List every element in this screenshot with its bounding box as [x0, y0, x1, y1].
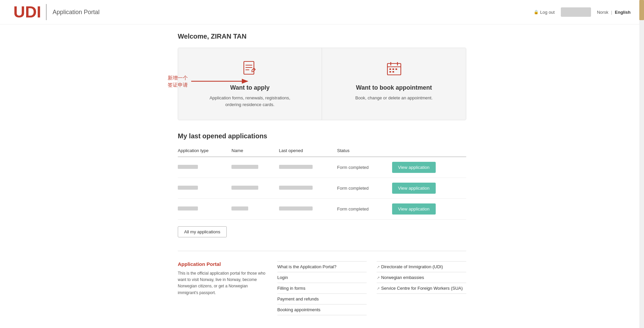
appointment-card[interactable]: Want to book appointment Book, change or…: [322, 48, 466, 120]
footer: Application Portal This is the official …: [178, 251, 466, 315]
cell-name: [231, 157, 279, 178]
appointment-card-desc: Book, change or delete an appointment.: [355, 95, 433, 101]
welcome-heading: Welcome, ZIRAN TAN: [178, 33, 466, 40]
footer-link-item[interactable]: Filling in forms: [277, 283, 367, 294]
external-link-icon: ↗: [377, 276, 380, 280]
footer-link[interactable]: Login: [277, 275, 288, 280]
footer-ext-link-item[interactable]: ↗Norwegian embassies: [377, 272, 466, 283]
name-placeholder: [231, 186, 258, 190]
apply-card-desc: Application forms, renewals, registratio…: [203, 95, 297, 108]
external-link-icon: ↗: [377, 265, 380, 269]
lang-norsk[interactable]: Norsk: [597, 10, 608, 15]
cell-status: Form completed: [337, 157, 392, 178]
scrollbar-track: [639, 0, 644, 328]
language-selector: Norsk | English: [597, 10, 631, 15]
footer-link[interactable]: Booking appointments: [277, 307, 321, 312]
user-avatar: [561, 7, 591, 17]
view-application-button[interactable]: View application: [392, 162, 436, 173]
view-application-button[interactable]: View application: [392, 183, 436, 194]
table-row: Form completed View application: [178, 157, 466, 178]
cell-status: Form completed: [337, 199, 392, 220]
cell-action[interactable]: View application: [392, 199, 466, 220]
annotation-text: 新增一个签证申请: [168, 74, 188, 88]
applications-section-title: My last opened applications: [178, 132, 466, 140]
table-row: Form completed View application: [178, 199, 466, 220]
col-application-type: Application type: [178, 145, 231, 157]
footer-title: Application Portal: [178, 261, 267, 267]
col-last-opened: Last opened: [279, 145, 337, 157]
lang-english[interactable]: English: [615, 10, 631, 15]
logout-link[interactable]: Log out: [534, 10, 554, 15]
svg-rect-14: [389, 71, 391, 73]
footer-ext-link[interactable]: ↗Directorate of Immigration (UDI): [377, 264, 466, 269]
portal-title: Application Portal: [53, 9, 100, 16]
footer-link[interactable]: Filling in forms: [277, 286, 306, 291]
cell-name: [231, 199, 279, 220]
header: UDI Application Portal Log out Norsk | E…: [0, 0, 644, 25]
last-opened-placeholder: [279, 165, 313, 169]
last-opened-placeholder: [279, 206, 313, 210]
cell-action[interactable]: View application: [392, 178, 466, 199]
footer-desc: This is the official application portal …: [178, 270, 267, 296]
cell-app-type: [178, 178, 231, 199]
cell-name: [231, 178, 279, 199]
footer-section-links: What is the Application Portal?LoginFill…: [277, 261, 367, 315]
external-link-icon: ↗: [377, 286, 380, 291]
name-placeholder: [231, 165, 258, 169]
cell-action[interactable]: View application: [392, 157, 466, 178]
view-application-button[interactable]: View application: [392, 203, 436, 215]
cell-last-opened: [279, 178, 337, 199]
header-left: UDI Application Portal: [13, 4, 100, 20]
footer-ext-link-item[interactable]: ↗Service Centre for Foreign Workers (SUA…: [377, 283, 466, 294]
cell-app-type: [178, 157, 231, 178]
main-content: Welcome, ZIRAN TAN 新增一个签证申请: [171, 25, 473, 328]
footer-section-ext-links: ↗Directorate of Immigration (UDI)↗Norweg…: [377, 261, 466, 315]
cell-last-opened: [279, 157, 337, 178]
footer-section-about: Application Portal This is the official …: [178, 261, 267, 315]
annotation-arrow-icon: [191, 77, 252, 86]
footer-ext-link[interactable]: ↗Norwegian embassies: [377, 275, 466, 280]
cell-status: Form completed: [337, 178, 392, 199]
footer-link[interactable]: Payment and refunds: [277, 296, 319, 301]
logo-divider: [46, 4, 47, 20]
col-name: Name: [231, 145, 279, 157]
cell-last-opened: [279, 199, 337, 220]
status-badge: Form completed: [337, 206, 369, 212]
name-placeholder: [231, 206, 248, 210]
cell-app-type: [178, 199, 231, 220]
app-type-placeholder: [178, 206, 198, 210]
footer-link-item[interactable]: Payment and refunds: [277, 294, 367, 304]
svg-rect-15: [392, 71, 394, 73]
col-action: [392, 145, 466, 157]
footer-ext-link-item[interactable]: ↗Directorate of Immigration (UDI): [377, 261, 466, 272]
svg-rect-11: [389, 68, 391, 70]
footer-link-item[interactable]: Login: [277, 272, 367, 283]
footer-link[interactable]: What is the Application Portal?: [277, 264, 336, 269]
status-badge: Form completed: [337, 186, 369, 191]
table-row: Form completed View application: [178, 178, 466, 199]
udi-logo: UDI: [13, 4, 41, 20]
all-applications-button[interactable]: All my applications: [178, 226, 227, 237]
calendar-icon: [385, 60, 403, 80]
applications-table: Application type Name Last opened Status…: [178, 145, 466, 220]
footer-link-item[interactable]: What is the Application Portal?: [277, 261, 367, 272]
svg-rect-12: [392, 68, 394, 70]
footer-link-item[interactable]: Booking appointments: [277, 304, 367, 315]
svg-rect-13: [395, 68, 397, 70]
annotation: 新增一个签证申请: [168, 74, 252, 88]
footer-ext-link[interactable]: ↗Service Centre for Foreign Workers (SUA…: [377, 286, 466, 291]
status-badge: Form completed: [337, 165, 369, 170]
scrollbar-thumb[interactable]: [639, 0, 644, 20]
header-right: Log out Norsk | English: [534, 7, 631, 17]
col-status: Status: [337, 145, 392, 157]
table-header-row: Application type Name Last opened Status: [178, 145, 466, 157]
last-opened-placeholder: [279, 186, 313, 190]
app-type-placeholder: [178, 165, 198, 169]
app-type-placeholder: [178, 186, 198, 190]
appointment-card-title: Want to book appointment: [356, 84, 432, 91]
